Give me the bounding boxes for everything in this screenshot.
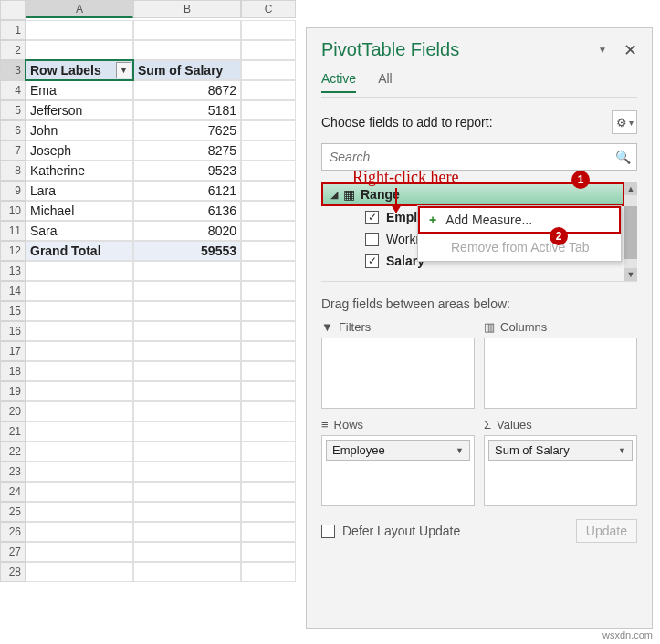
ctx-add-measure[interactable]: + Add Measure...: [418, 206, 621, 234]
ctx-remove-label: Remove from Active Tab: [451, 240, 589, 254]
row-header[interactable]: 3: [0, 60, 26, 80]
pivot-row-label[interactable]: Lara: [26, 181, 133, 201]
cell-B3-sum-header[interactable]: Sum of Salary: [133, 60, 241, 80]
defer-label: Defer Layout Update: [342, 524, 460, 538]
row-header[interactable]: 1: [0, 20, 26, 40]
annotation-marker-2: 2: [550, 227, 568, 245]
grand-total-label[interactable]: Grand Total: [26, 241, 133, 261]
pivot-row-value[interactable]: 6136: [133, 201, 241, 221]
select-all-corner[interactable]: [0, 0, 26, 20]
checkbox-unchecked-icon[interactable]: [365, 233, 379, 246]
close-icon[interactable]: ✕: [623, 40, 637, 60]
values-icon: Σ: [484, 418, 491, 431]
area-columns-label: Columns: [500, 320, 547, 334]
rows-dropzone[interactable]: Employee▼: [321, 435, 475, 506]
search-input-container[interactable]: 🔍: [321, 143, 637, 171]
pivot-row-label[interactable]: Jefferson: [26, 100, 133, 120]
pivot-row-value[interactable]: 5181: [133, 100, 241, 120]
columns-icon: ▥: [484, 320, 495, 334]
annotation-marker-1: 1: [571, 171, 590, 189]
table-icon: ▦: [343, 187, 355, 202]
ctx-add-measure-label: Add Measure...: [445, 213, 532, 227]
scroll-down-icon[interactable]: ▼: [624, 268, 637, 281]
pivot-row-label[interactable]: Michael: [26, 201, 133, 221]
chevron-down-icon[interactable]: ▼: [456, 446, 464, 455]
cell-A3-row-labels[interactable]: Row Labels ▼: [26, 60, 133, 80]
filters-dropzone[interactable]: [321, 338, 475, 409]
pane-options-dropdown-icon[interactable]: ▼: [598, 45, 607, 55]
rows-chip-employee[interactable]: Employee▼: [326, 440, 470, 461]
filter-dropdown-icon[interactable]: ▼: [116, 62, 131, 78]
range-label: Range: [361, 187, 400, 202]
fields-list: ◢ ▦ Range + Add Measure... Remove from A…: [321, 182, 637, 282]
scroll-up-icon[interactable]: ▲: [624, 182, 637, 195]
tab-active[interactable]: Active: [321, 71, 356, 93]
pivot-row-label[interactable]: Joseph: [26, 140, 133, 161]
choose-fields-label: Choose fields to add to report:: [321, 115, 493, 130]
tab-all[interactable]: All: [378, 71, 393, 93]
search-icon: 🔍: [615, 150, 631, 164]
checkbox-checked-icon[interactable]: ✓: [365, 254, 379, 268]
col-header-A[interactable]: A: [26, 0, 133, 18]
pivot-row-value[interactable]: 6121: [133, 181, 241, 201]
ctx-remove-tab: Remove from Active Tab: [418, 234, 621, 261]
search-input[interactable]: [328, 149, 615, 165]
watermark: wsxdn.com: [602, 629, 653, 640]
values-dropzone[interactable]: Sum of Salary▼: [484, 435, 637, 506]
pivot-row-label[interactable]: Sara: [26, 221, 133, 241]
pivot-row-label[interactable]: Katherine: [26, 161, 133, 181]
pivot-row-value[interactable]: 8672: [133, 80, 241, 100]
area-rows-label: Rows: [334, 418, 364, 431]
pivottable-fields-pane: PivotTable Fields ▼ ✕ Active All Choose …: [306, 27, 653, 629]
pivot-row-value[interactable]: 8275: [133, 140, 241, 161]
pivot-row-value[interactable]: 7625: [133, 120, 241, 140]
rows-icon: ≡: [321, 418, 329, 431]
chevron-down-icon[interactable]: ▼: [618, 446, 626, 455]
pivot-row-value[interactable]: 8020: [133, 221, 241, 241]
row-labels-text: Row Labels: [30, 63, 101, 78]
tools-button[interactable]: ⚙▾: [612, 110, 637, 134]
pane-title: PivotTable Fields: [321, 39, 459, 60]
area-filters-label: Filters: [339, 320, 371, 334]
drag-areas-label: Drag fields between areas below:: [321, 296, 637, 311]
collapse-icon[interactable]: ◢: [330, 189, 338, 201]
defer-checkbox[interactable]: [321, 525, 335, 538]
pivot-row-value[interactable]: 9523: [133, 161, 241, 181]
checkbox-checked-icon[interactable]: ✓: [365, 211, 379, 224]
spreadsheet-grid: A B C 1 2 3 Row Labels ▼ Sum of Salary 4…: [0, 0, 296, 582]
context-menu: + Add Measure... Remove from Active Tab: [417, 205, 622, 262]
grand-total-value[interactable]: 59553: [133, 241, 241, 261]
values-chip-sum-salary[interactable]: Sum of Salary▼: [488, 440, 633, 461]
columns-dropzone[interactable]: [484, 338, 637, 409]
pivot-row-label[interactable]: Ema: [26, 80, 133, 100]
plus-icon: +: [429, 213, 436, 227]
row-header[interactable]: 2: [0, 40, 26, 60]
pivot-row-label[interactable]: John: [26, 120, 133, 140]
gear-icon: ⚙: [616, 116, 627, 130]
col-header-C[interactable]: C: [241, 0, 296, 18]
scroll-thumb[interactable]: [624, 206, 637, 259]
area-values-label: Values: [497, 418, 532, 431]
filter-icon: ▼: [321, 320, 333, 334]
update-button: Update: [576, 519, 637, 543]
col-header-B[interactable]: B: [133, 0, 241, 18]
